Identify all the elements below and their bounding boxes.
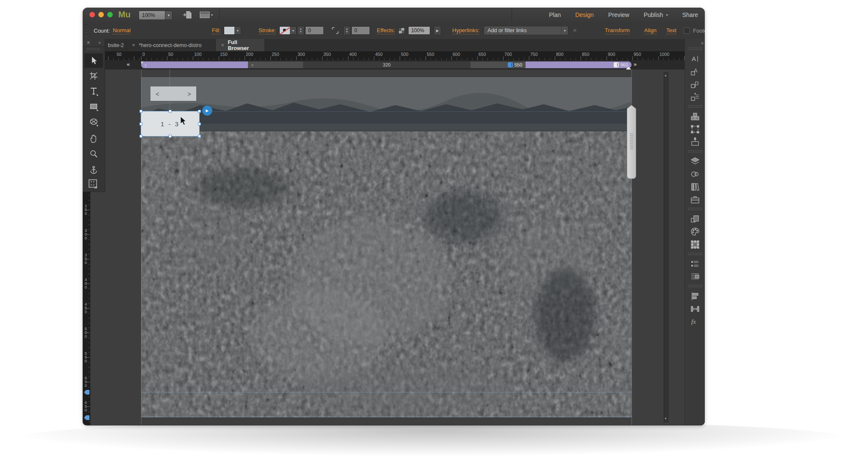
menu-design[interactable]: Design xyxy=(575,11,594,18)
panel-text-wrap[interactable] xyxy=(685,270,705,283)
tool-crop[interactable] xyxy=(84,69,103,83)
fill-label-link[interactable]: Fill: xyxy=(212,27,220,34)
tab-hero-connect[interactable]: ✕ *hero-connect-demo-distro xyxy=(127,39,216,51)
tool-states[interactable]: T T T T xyxy=(84,177,103,192)
panel-library[interactable] xyxy=(685,181,705,193)
bottom-guide[interactable] xyxy=(141,417,632,417)
selection-handle[interactable] xyxy=(169,135,172,138)
breakpoint-segment-320[interactable]: 320 xyxy=(303,61,470,68)
place-file-button[interactable] xyxy=(183,11,192,19)
stroke-weight-field[interactable]: 0 xyxy=(305,26,324,35)
prev-arrow[interactable]: < xyxy=(156,90,159,97)
tab-full-browser[interactable]: ✕ Full Browser xyxy=(216,39,265,51)
transform-link[interactable]: Transform xyxy=(605,27,630,34)
stepper-down-icon[interactable]: ▼ xyxy=(346,31,348,33)
stroke-none-swatch[interactable] xyxy=(280,27,290,34)
panel-swap[interactable] xyxy=(685,213,705,225)
minimize-window-button[interactable] xyxy=(98,12,104,17)
panel-assets[interactable] xyxy=(685,193,705,206)
panel-align[interactable] xyxy=(685,290,705,303)
hyperlinks-label-link[interactable]: Hyperlinks: xyxy=(452,27,479,34)
chevrons-right-icon[interactable]: » xyxy=(634,61,636,67)
footer-guide[interactable] xyxy=(141,392,632,392)
chevron-down-icon[interactable]: ▾ xyxy=(561,26,568,35)
tool-ellipse[interactable] xyxy=(84,114,103,129)
slideshow-nav-widget[interactable]: < > xyxy=(150,86,196,101)
vertical-scrollbar[interactable] xyxy=(664,72,668,423)
selection-handle[interactable] xyxy=(139,110,142,113)
breakpoint-marker-icon[interactable] xyxy=(614,62,619,67)
close-icon[interactable]: ✕ xyxy=(221,43,224,47)
horizontal-ruler[interactable]: 5005010015020025030035040045050055060065… xyxy=(83,51,684,61)
tool-rectangle[interactable] xyxy=(84,99,103,114)
selection-handle[interactable] xyxy=(198,135,201,138)
tool-hand[interactable] xyxy=(84,131,103,146)
panel-selection-props[interactable] xyxy=(685,238,705,251)
effects-expand-button[interactable]: ▶ xyxy=(434,26,441,35)
panel-text[interactable]: A xyxy=(685,53,705,65)
preview-mode-button[interactable]: ▾ xyxy=(200,11,213,19)
menu-publish[interactable]: Publish ▾ xyxy=(644,11,668,18)
panel-transform[interactable] xyxy=(685,136,705,148)
tool-selection[interactable] xyxy=(84,53,103,68)
tool-zoom[interactable] xyxy=(84,147,103,161)
clear-hyperlink-button[interactable]: ✕ xyxy=(573,28,577,33)
stepper-down-icon[interactable]: ▼ xyxy=(300,31,302,33)
panel-widgets[interactable] xyxy=(685,110,705,123)
panel-bullet-styles[interactable] xyxy=(685,91,705,103)
scroll-down-icon[interactable]: ▼ xyxy=(664,417,668,420)
close-icon[interactable]: ✕ xyxy=(87,40,90,45)
chevrons-left-icon[interactable]: « xyxy=(127,61,129,67)
menu-plan[interactable]: Plan xyxy=(549,11,561,18)
stroke-weight-stepper[interactable]: ▲ ▼ xyxy=(297,26,304,35)
next-arrow[interactable]: > xyxy=(187,90,191,97)
panel-swatches[interactable] xyxy=(685,225,705,238)
design-canvas[interactable]: 200250300350400450500550600650 < > 1 - 3 xyxy=(83,70,684,425)
stroke-label-link[interactable]: Stroke: xyxy=(259,27,276,34)
chevrons-right-icon[interactable]: » xyxy=(98,40,101,45)
corner-radius-field[interactable]: 0 xyxy=(351,26,370,35)
zoom-level-control[interactable]: 100% ▾ xyxy=(139,11,172,20)
opacity-field[interactable]: 100% xyxy=(408,26,430,35)
panel-text-styles[interactable]: A xyxy=(685,65,705,78)
chevron-down-icon[interactable]: ▾ xyxy=(165,11,172,19)
tool-anchor[interactable] xyxy=(84,163,103,177)
menu-preview[interactable]: Preview xyxy=(608,11,629,18)
expand-panels-icon[interactable]: « xyxy=(685,39,705,46)
stepper-up-icon[interactable]: ▲ xyxy=(346,28,348,31)
widget-options-button[interactable]: ▶ xyxy=(202,106,212,116)
zoom-window-button[interactable] xyxy=(107,12,113,17)
footer-checkbox[interactable] xyxy=(684,28,690,34)
panel-paragraph-styles[interactable] xyxy=(685,78,705,91)
canvas-scroll-thumb[interactable] xyxy=(627,105,636,179)
panel-layers[interactable] xyxy=(685,155,705,168)
panel-spacing[interactable] xyxy=(685,258,705,270)
panel-cc-libraries[interactable] xyxy=(685,168,705,181)
breakpoint-marker-icon[interactable] xyxy=(508,62,513,67)
selection-handle[interactable] xyxy=(139,135,142,138)
selection-handle[interactable] xyxy=(198,110,201,113)
chevron-down-icon[interactable]: ▾ xyxy=(234,27,241,34)
breakpoint-segment-2[interactable]: x xyxy=(248,61,303,68)
effects-label-link[interactable]: Effects: xyxy=(377,27,395,34)
breakpoint-segment-960[interactable]: 960 xyxy=(526,61,632,68)
align-link[interactable]: Align xyxy=(644,27,657,34)
hero-photo-cactus-desert[interactable] xyxy=(141,77,632,417)
menu-share[interactable]: Share xyxy=(682,11,698,18)
close-icon[interactable]: ✕ xyxy=(132,43,135,47)
selection-handle[interactable] xyxy=(169,110,172,113)
panel-effects[interactable]: fx xyxy=(685,315,705,328)
breakpoint-segment-550[interactable]: 550 xyxy=(470,61,526,68)
breakpoint-segment-1[interactable]: x xyxy=(141,61,248,68)
panel-states[interactable] xyxy=(685,123,705,136)
fill-swatch-control[interactable]: ▾ xyxy=(224,26,241,35)
stepper-up-icon[interactable]: ▲ xyxy=(300,28,302,31)
selection-handle[interactable] xyxy=(139,122,142,125)
selected-count-widget[interactable]: 1 - 3 xyxy=(141,111,199,136)
chevron-down-icon[interactable]: ▾ xyxy=(290,27,296,34)
close-window-button[interactable] xyxy=(89,12,95,17)
scroll-up-icon[interactable]: ▲ xyxy=(664,74,668,77)
corner-radius-stepper[interactable]: ▲ ▼ xyxy=(343,26,351,35)
text-link[interactable]: Text xyxy=(666,27,676,34)
tool-text[interactable] xyxy=(84,84,103,98)
